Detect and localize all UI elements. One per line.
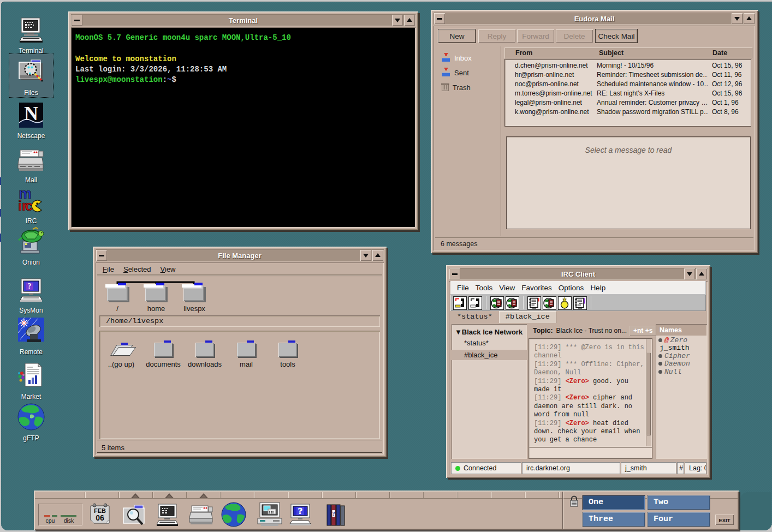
svg-text:?: ? [298, 506, 303, 516]
svg-text:06: 06 [96, 513, 104, 522]
svg-text:?: ? [332, 511, 335, 517]
svg-text:N: N [24, 103, 38, 124]
svg-text:?: ? [28, 282, 32, 290]
svg-text:disk: disk [64, 517, 74, 524]
svg-text:cpu: cpu [46, 517, 55, 524]
